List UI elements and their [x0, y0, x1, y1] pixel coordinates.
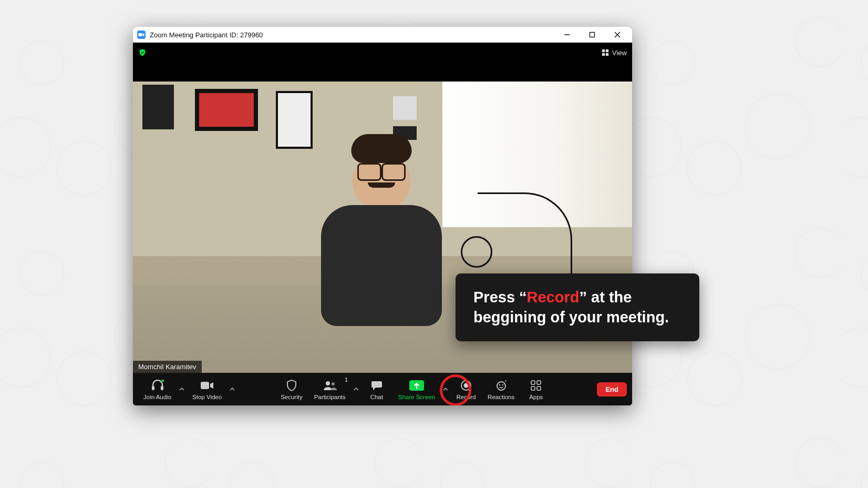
grid-icon [602, 49, 609, 56]
video-options-caret[interactable] [228, 387, 236, 392]
svg-rect-20 [531, 381, 535, 384]
svg-rect-6 [606, 49, 608, 52]
reactions-icon: + [495, 379, 507, 392]
callout-highlight: Record [527, 289, 580, 306]
svg-point-15 [464, 383, 469, 388]
svg-rect-22 [531, 387, 535, 390]
video-camera-icon [200, 379, 214, 392]
security-label: Security [281, 394, 303, 400]
join-audio-button[interactable]: Join Audio [138, 377, 177, 401]
svg-point-13 [332, 382, 335, 385]
participant-name-tag: Momchil Karamitev [133, 361, 202, 373]
record-label: Record [457, 394, 476, 400]
participants-count: 1 [345, 377, 348, 383]
svg-rect-2 [590, 33, 595, 37]
end-meeting-button[interactable]: End [597, 382, 627, 396]
minimize-button[interactable] [556, 27, 577, 43]
svg-rect-7 [602, 53, 605, 56]
reactions-button[interactable]: + Reactions [482, 377, 520, 401]
participants-button[interactable]: 1 Participants [309, 377, 351, 401]
view-button[interactable]: View [602, 49, 627, 57]
share-options-caret[interactable] [441, 387, 450, 392]
close-button[interactable] [607, 27, 628, 43]
join-audio-label: Join Audio [143, 394, 171, 400]
instruction-callout: Press “Record” at the beggining of your … [456, 273, 699, 341]
audio-options-caret[interactable] [178, 387, 186, 392]
headphones-icon [151, 379, 164, 392]
svg-point-12 [326, 381, 330, 385]
share-screen-button[interactable]: Share Screen [393, 377, 440, 401]
zoom-window: Zoom Meeting Participant ID: 279960 View [133, 27, 632, 405]
shield-icon [286, 379, 297, 392]
svg-rect-8 [606, 53, 608, 56]
video-upper-spacer [133, 63, 632, 82]
apps-button[interactable]: Apps [521, 377, 551, 401]
participants-label: Participants [314, 394, 346, 400]
window-title: Zoom Meeting Participant ID: 279960 [150, 31, 263, 39]
zoom-app-icon [137, 30, 146, 39]
chat-button[interactable]: Chat [361, 377, 392, 401]
svg-rect-0 [139, 33, 142, 36]
apps-icon [530, 379, 542, 392]
meeting-info-bar: View [133, 43, 632, 63]
callout-prefix: Press “ [473, 289, 527, 306]
stop-video-label: Stop Video [192, 394, 222, 400]
svg-rect-5 [602, 49, 605, 52]
svg-point-18 [502, 384, 503, 385]
svg-text:+: + [504, 380, 507, 383]
svg-point-17 [499, 384, 500, 385]
record-icon [460, 379, 472, 392]
share-screen-label: Share Screen [398, 394, 435, 400]
svg-rect-10 [161, 386, 163, 390]
svg-rect-23 [537, 387, 541, 390]
maximize-button[interactable] [582, 27, 603, 43]
svg-rect-21 [537, 381, 541, 384]
title-bar: Zoom Meeting Participant ID: 279960 [133, 27, 632, 43]
encryption-shield-icon[interactable] [138, 48, 147, 57]
apps-label: Apps [529, 394, 543, 400]
participants-options-caret[interactable] [352, 387, 360, 392]
meeting-toolbar: Join Audio Stop Video Security 1 Partici… [133, 373, 632, 405]
svg-rect-9 [152, 386, 154, 390]
chat-icon [371, 379, 383, 392]
reactions-label: Reactions [488, 394, 514, 400]
svg-rect-11 [201, 382, 209, 389]
share-screen-icon [409, 379, 424, 392]
record-button[interactable]: Record [451, 377, 481, 401]
stop-video-button[interactable]: Stop Video [187, 377, 227, 401]
participants-icon [323, 379, 337, 392]
security-button[interactable]: Security [275, 377, 308, 401]
view-label: View [612, 49, 627, 57]
chat-label: Chat [370, 394, 383, 400]
